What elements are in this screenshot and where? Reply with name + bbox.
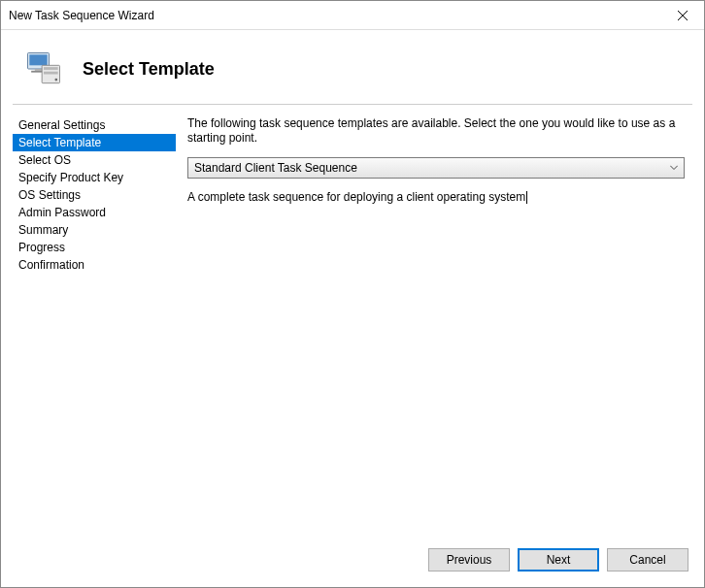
page-title: Select Template xyxy=(83,59,215,80)
sidebar-item-select-template[interactable]: Select Template xyxy=(13,134,176,151)
sidebar-item-os-settings[interactable]: OS Settings xyxy=(13,186,176,204)
svg-rect-7 xyxy=(44,67,58,70)
sidebar-item-label: Admin Password xyxy=(18,206,106,219)
body: General Settings Select Template Select … xyxy=(1,105,704,539)
sidebar-item-select-os[interactable]: Select OS xyxy=(13,151,176,169)
close-icon xyxy=(678,11,688,20)
description-text-value: A complete task sequence for deploying a… xyxy=(187,190,525,204)
computer-icon xyxy=(22,48,65,90)
svg-rect-3 xyxy=(29,54,47,65)
sidebar-item-label: OS Settings xyxy=(18,188,81,202)
template-description: A complete task sequence for deploying a… xyxy=(187,190,685,205)
sidebar-item-label: Select OS xyxy=(18,153,71,167)
sidebar-item-summary[interactable]: Summary xyxy=(13,221,176,239)
main-panel: The following task sequence templates ar… xyxy=(187,116,692,527)
next-button[interactable]: Next xyxy=(518,548,599,572)
header: Select Template xyxy=(1,30,704,104)
dropdown-selected-value: Standard Client Task Sequence xyxy=(194,161,357,175)
sidebar-item-label: Select Template xyxy=(18,136,101,149)
sidebar-item-label: Summary xyxy=(18,223,68,237)
footer: Previous Next Cancel xyxy=(1,539,704,587)
close-button[interactable] xyxy=(661,1,704,30)
sidebar: General Settings Select Template Select … xyxy=(13,116,176,527)
template-dropdown[interactable]: Standard Client Task Sequence xyxy=(187,157,685,179)
sidebar-item-general-settings[interactable]: General Settings xyxy=(13,116,176,134)
sidebar-item-label: Confirmation xyxy=(18,258,84,272)
sidebar-item-admin-password[interactable]: Admin Password xyxy=(13,204,176,221)
sidebar-item-progress[interactable]: Progress xyxy=(13,239,176,256)
sidebar-item-specify-product-key[interactable]: Specify Product Key xyxy=(13,169,176,186)
chevron-down-icon xyxy=(670,166,678,171)
sidebar-item-confirmation[interactable]: Confirmation xyxy=(13,256,176,274)
previous-button[interactable]: Previous xyxy=(428,548,510,572)
sidebar-item-label: General Settings xyxy=(18,118,105,132)
text-cursor xyxy=(526,191,527,204)
svg-rect-4 xyxy=(35,69,42,71)
cancel-button[interactable]: Cancel xyxy=(607,548,688,572)
titlebar: New Task Sequence Wizard xyxy=(1,1,704,30)
window-title: New Task Sequence Wizard xyxy=(9,9,154,22)
sidebar-item-label: Progress xyxy=(18,241,65,254)
instruction-text: The following task sequence templates ar… xyxy=(187,116,685,146)
sidebar-item-label: Specify Product Key xyxy=(18,171,123,184)
svg-rect-8 xyxy=(44,72,58,75)
svg-point-9 xyxy=(54,79,57,82)
